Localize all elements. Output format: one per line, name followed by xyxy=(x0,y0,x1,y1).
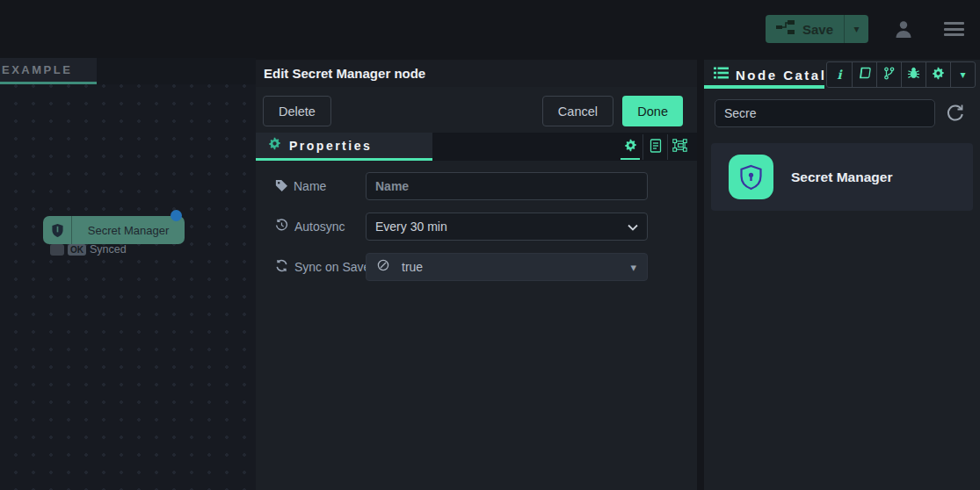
editor-view-switch xyxy=(618,134,692,160)
name-label: Name xyxy=(275,172,326,200)
document-icon xyxy=(650,139,662,156)
caret-down-icon: ▾ xyxy=(630,261,636,274)
flow-node-label: Secret Manager xyxy=(72,224,185,237)
autosync-label: Autosync xyxy=(275,213,345,241)
catalog-more-button[interactable]: ▾ xyxy=(950,62,975,87)
list-icon xyxy=(714,67,729,83)
tab-properties-label: Properties xyxy=(289,139,372,153)
main-menu-icon[interactable] xyxy=(944,22,964,36)
edit-panel-tab-row: Properties xyxy=(256,133,697,161)
catalog-toolbar: i xyxy=(826,61,976,88)
sync-on-save-label: Sync on Save xyxy=(275,253,370,281)
catalog-item-label: Secret Manager xyxy=(791,143,892,211)
app-window: Save ▾ EXAMPLE xyxy=(0,0,980,490)
book-icon xyxy=(858,67,872,83)
autosync-select[interactable]: Every 30 min xyxy=(366,213,648,241)
sync-on-save-typed-input[interactable]: true ▾ xyxy=(366,253,648,281)
name-label-text: Name xyxy=(294,179,326,193)
gear-icon xyxy=(624,139,637,155)
selection-box-icon xyxy=(672,139,687,155)
field-row-sync-on-save: Sync on Save true ▾ xyxy=(256,253,697,281)
edit-panel-title: Edit Secret Manager node xyxy=(264,66,425,81)
cancel-button[interactable]: Cancel xyxy=(542,96,613,126)
done-button[interactable]: Done xyxy=(622,96,683,126)
save-button-label: Save xyxy=(802,22,833,37)
flow-canvas[interactable]: Secret Manager OK Synced xyxy=(0,84,256,490)
sync-icon xyxy=(275,259,288,275)
save-dropdown-caret[interactable]: ▾ xyxy=(844,15,868,43)
settings-button[interactable] xyxy=(926,62,950,87)
shield-icon xyxy=(43,216,72,244)
save-button[interactable]: Save ▾ xyxy=(766,15,868,43)
shield-icon xyxy=(729,155,773,199)
view-description-button[interactable] xyxy=(642,134,667,160)
boolean-type-icon xyxy=(377,259,389,275)
history-icon xyxy=(275,219,288,234)
catalog-active-underline xyxy=(704,85,824,89)
workspace-tab-example[interactable]: EXAMPLE xyxy=(0,58,97,84)
top-bar: Save ▾ xyxy=(0,0,980,58)
status-text: Synced xyxy=(90,243,127,256)
sync-on-save-label-text: Sync on Save xyxy=(294,260,370,274)
name-input[interactable] xyxy=(366,172,648,200)
node-catalog-header: Node Catalog xyxy=(704,64,825,85)
autosync-selected-value: Every 30 min xyxy=(375,220,628,234)
gear-icon xyxy=(268,137,281,154)
caret-down-icon: ▾ xyxy=(854,23,860,35)
field-row-autosync: Autosync Every 30 min xyxy=(256,213,697,241)
gear-icon xyxy=(932,67,945,83)
refresh-button[interactable] xyxy=(946,103,967,124)
info-button[interactable]: i xyxy=(827,62,852,87)
view-appearance-button[interactable] xyxy=(667,134,692,160)
workspace-tab-strip: EXAMPLE xyxy=(0,58,256,84)
caret-down-icon: ▾ xyxy=(960,68,965,81)
catalog-item-secret-manager[interactable]: Secret Manager xyxy=(711,143,973,211)
tab-properties[interactable]: Properties xyxy=(256,133,432,161)
catalog-search-input[interactable] xyxy=(715,99,935,127)
panel-divider xyxy=(697,60,704,490)
bug-icon xyxy=(907,67,920,83)
debug-button[interactable] xyxy=(901,62,926,87)
node-status: OK Synced xyxy=(50,243,127,256)
node-port-dot[interactable] xyxy=(171,210,182,221)
git-branch-button[interactable] xyxy=(876,62,901,87)
autosync-label-text: Autosync xyxy=(294,220,345,234)
node-catalog-title: Node Catalog xyxy=(736,68,825,83)
info-icon: i xyxy=(837,68,841,82)
field-row-name: Name xyxy=(256,172,697,200)
edit-node-panel: Edit Secret Manager node Delete Cancel D… xyxy=(256,60,697,490)
workspace-tab-label: EXAMPLE xyxy=(2,63,72,76)
user-avatar-icon[interactable] xyxy=(894,19,913,39)
edit-panel-header: Edit Secret Manager node xyxy=(256,60,697,87)
tag-icon xyxy=(275,179,287,194)
sync-on-save-value: true xyxy=(402,260,618,274)
status-indicator-icon xyxy=(50,244,64,256)
chevron-down-icon xyxy=(628,219,638,234)
status-badge: OK xyxy=(68,244,86,256)
deploy-wire-icon xyxy=(776,20,795,38)
docs-button[interactable] xyxy=(852,62,876,87)
view-properties-button[interactable] xyxy=(618,134,642,160)
refresh-icon xyxy=(946,110,965,125)
node-catalog-panel: Node Catalog i xyxy=(704,60,980,490)
delete-button[interactable]: Delete xyxy=(263,96,331,126)
git-branch-icon xyxy=(883,67,895,83)
flow-node-secret-manager[interactable]: Secret Manager xyxy=(43,216,185,244)
